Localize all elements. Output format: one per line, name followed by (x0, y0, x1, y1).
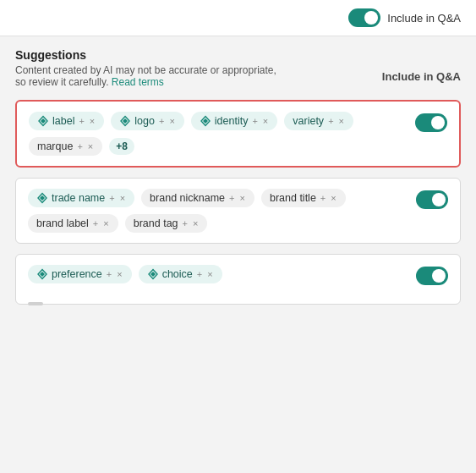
card-3-toggle[interactable] (416, 267, 448, 285)
include-in-qa-label: Include in Q&A (382, 70, 461, 83)
chip-brand-title: brand title + × (261, 189, 346, 207)
chip-variety-close[interactable]: × (338, 117, 345, 126)
suggestion-card-2: trade name + × brand nickname + × brand … (15, 178, 461, 244)
chip-brand-tag: brand tag + × (125, 214, 208, 233)
chip-identity: identity + × (191, 112, 277, 130)
chip-choice-plus[interactable]: + (196, 270, 203, 279)
suggestions-description: Content created by AI may not be accurat… (15, 64, 286, 88)
chip-brand-label: brand label + × (28, 214, 118, 233)
chip-preference: preference + × (28, 265, 132, 283)
chip-brand-tag-close[interactable]: × (192, 219, 199, 228)
chip-label-plus[interactable]: + (78, 117, 85, 126)
suggestions-header: Suggestions Content created by AI may no… (15, 48, 461, 88)
chip-brand-tag-plus[interactable]: + (182, 219, 189, 228)
chip-marque: marque + × (29, 137, 102, 156)
diamond-icon (36, 268, 48, 280)
chip-brand-nickname-plus[interactable]: + (228, 194, 235, 203)
main-content: Suggestions Content created by AI may no… (0, 36, 476, 316)
card-1-toggle[interactable] (415, 113, 447, 132)
chip-choice: choice + × (139, 265, 222, 283)
top-toggle-label: Include in Q&A (387, 12, 461, 25)
chip-label: label + × (29, 112, 104, 130)
more-badge-card1[interactable]: +8 (109, 138, 134, 155)
top-bar: Include in Q&A (0, 0, 476, 36)
suggestions-desc-row: Content created by AI may not be accurat… (15, 64, 461, 88)
chip-identity-plus[interactable]: + (251, 117, 258, 126)
card-1-content: label + × logo + × (29, 112, 407, 156)
card-2-content: trade name + × brand nickname + × brand … (28, 189, 408, 233)
chip-brand-title-plus[interactable]: + (320, 194, 326, 203)
chip-marque-close[interactable]: × (87, 142, 94, 151)
diamond-icon (147, 268, 159, 280)
chip-trade-name: trade name + × (28, 189, 134, 207)
chip-variety-plus[interactable]: + (327, 117, 334, 126)
chip-trade-name-close[interactable]: × (119, 194, 126, 203)
suggestion-card-3: preference + × choice + × (15, 254, 461, 305)
diamond-icon (37, 115, 49, 127)
chip-marque-plus[interactable]: + (76, 142, 83, 151)
cards-area: label + × logo + × (15, 100, 461, 305)
chip-logo: logo + × (111, 112, 184, 130)
chip-label-close[interactable]: × (89, 117, 96, 126)
suggestions-title: Suggestions (15, 48, 461, 62)
chip-preference-close[interactable]: × (116, 270, 123, 279)
card-2-toggle[interactable] (416, 190, 448, 209)
partial-dot (28, 302, 43, 305)
chip-brand-nickname: brand nickname + × (141, 189, 254, 207)
diamond-icon (119, 115, 131, 127)
chip-brand-title-close[interactable]: × (330, 194, 336, 203)
chip-trade-name-plus[interactable]: + (108, 194, 115, 203)
chip-identity-close[interactable]: × (262, 117, 269, 126)
diamond-icon (36, 192, 48, 204)
top-toggle-wrapper: Include in Q&A (348, 8, 461, 27)
chip-preference-plus[interactable]: + (106, 270, 112, 279)
chip-choice-close[interactable]: × (206, 270, 213, 279)
chip-brand-nickname-close[interactable]: × (239, 194, 246, 203)
partial-row-indicator (28, 294, 408, 297)
chip-brand-label-close[interactable]: × (102, 219, 109, 228)
chip-logo-plus[interactable]: + (158, 117, 165, 126)
chip-brand-label-plus[interactable]: + (92, 219, 99, 228)
chip-variety: variety + × (284, 112, 353, 130)
diamond-icon (200, 115, 211, 127)
top-include-toggle[interactable] (348, 8, 380, 27)
suggestion-card-1: label + × logo + × (15, 100, 461, 168)
chip-logo-close[interactable]: × (168, 117, 175, 126)
read-terms-link[interactable]: Read terms (112, 76, 164, 88)
card-3-content: preference + × choice + × (28, 265, 408, 297)
